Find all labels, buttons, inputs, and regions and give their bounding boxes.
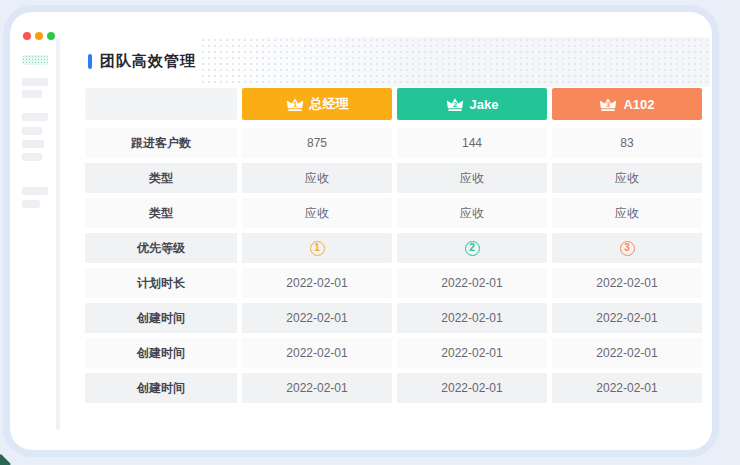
background-accent [0,454,11,465]
column-header-label: 总经理 [310,95,349,113]
value-cell: 2 [397,233,547,263]
value-cell: 2022-02-01 [242,303,392,333]
column-header-label: A102 [623,97,654,112]
table-header-blank-cell [85,88,237,120]
value-cell: 2022-02-01 [552,373,702,403]
row-label-cell: 类型 [85,198,237,228]
row-label-cell: 创建时间 [85,303,237,333]
value-cell: 1 [242,233,392,263]
section-header: 团队高效管理 [88,52,196,71]
value-cell: 2022-02-01 [397,303,547,333]
sidebar [10,12,56,450]
sidebar-item[interactable] [22,140,44,148]
value-cell: 2022-02-01 [397,338,547,368]
table-row: 类型 应收应收应收 [85,198,702,228]
table-row: 创建时间 2022-02-012022-02-012022-02-01 [85,303,702,333]
value-cell: 2022-02-01 [552,303,702,333]
table-header-row: 1 总经理 2 Jake 3 A102 [85,88,702,120]
svg-text:2: 2 [452,100,456,109]
value-cell: 875 [242,128,392,158]
sidebar-item[interactable] [22,153,42,161]
team-table: 1 总经理 2 Jake 3 A102 跟进客户数 87514483 类型 应收… [85,88,702,403]
row-label-cell: 创建时间 [85,338,237,368]
table-row: 类型 应收应收应收 [85,163,702,193]
page-title: 团队高效管理 [100,52,196,71]
row-label-cell: 计划时长 [85,268,237,298]
column-header[interactable]: 3 A102 [552,88,702,120]
value-cell: 2022-02-01 [397,373,547,403]
value-cell: 应收 [552,198,702,228]
value-cell: 83 [552,128,702,158]
value-cell: 2022-02-01 [242,338,392,368]
table-row: 优先等级 123 [85,233,702,263]
value-cell: 2022-02-01 [242,268,392,298]
table-row: 创建时间 2022-02-012022-02-012022-02-01 [85,338,702,368]
value-cell: 3 [552,233,702,263]
sidebar-item[interactable] [22,200,40,208]
table-row: 跟进客户数 87514483 [85,128,702,158]
sidebar-item-active[interactable] [22,55,48,65]
value-cell: 2022-02-01 [242,373,392,403]
row-label-cell: 类型 [85,163,237,193]
sidebar-item[interactable] [22,113,48,121]
value-cell: 2022-02-01 [397,268,547,298]
svg-text:3: 3 [606,100,610,109]
svg-text:1: 1 [292,100,296,109]
crown-rank-icon: 2 [446,97,464,112]
priority-badge: 3 [620,241,635,256]
priority-badge: 2 [465,241,480,256]
table-row: 计划时长 2022-02-012022-02-012022-02-01 [85,268,702,298]
main-content: 团队高效管理 1 总经理 2 Jake 3 A102 [60,12,712,450]
value-cell: 应收 [552,163,702,193]
row-label-cell: 创建时间 [85,373,237,403]
decorative-texture [200,37,710,87]
title-accent-bar [88,54,92,69]
value-cell: 2022-02-01 [552,338,702,368]
value-cell: 应收 [242,163,392,193]
crown-rank-icon: 1 [286,97,304,112]
value-cell: 应收 [242,198,392,228]
value-cell: 144 [397,128,547,158]
sidebar-item[interactable] [22,78,48,86]
value-cell: 应收 [397,163,547,193]
row-label-cell: 优先等级 [85,233,237,263]
value-cell: 2022-02-01 [552,268,702,298]
value-cell: 应收 [397,198,547,228]
row-label-cell: 跟进客户数 [85,128,237,158]
sidebar-item[interactable] [22,90,42,98]
priority-badge: 1 [310,241,325,256]
app-window: 团队高效管理 1 总经理 2 Jake 3 A102 [10,12,712,450]
column-header-label: Jake [470,97,499,112]
column-header[interactable]: 2 Jake [397,88,547,120]
column-header[interactable]: 1 总经理 [242,88,392,120]
sidebar-item[interactable] [22,187,48,195]
crown-rank-icon: 3 [599,97,617,112]
table-row: 创建时间 2022-02-012022-02-012022-02-01 [85,373,702,403]
sidebar-item[interactable] [22,127,42,135]
